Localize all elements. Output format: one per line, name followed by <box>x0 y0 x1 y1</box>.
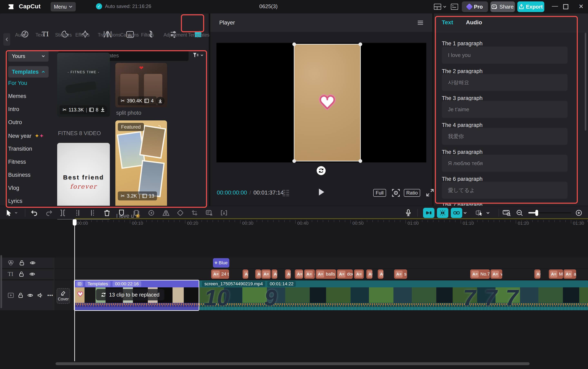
tab-panel-text[interactable]: Text <box>442 19 453 26</box>
rotate-handle[interactable] <box>317 166 326 175</box>
text-clip[interactable]: A≡Mis <box>549 269 563 279</box>
text-clip[interactable]: A≡ <box>534 269 540 279</box>
selection-handle[interactable] <box>359 159 362 163</box>
tab-effects[interactable]: Effects <box>75 29 95 38</box>
sidebar-item-for-you[interactable]: For You <box>8 80 49 86</box>
text-clip[interactable]: A≡ <box>378 269 383 279</box>
sidebar-item-lyrics[interactable]: Lyrics <box>8 198 49 204</box>
sidebar-item-fitness[interactable]: Fitness <box>8 159 49 165</box>
delete-left-icon[interactable] <box>75 206 81 220</box>
filter-button[interactable] <box>193 52 203 58</box>
ratio-button[interactable]: Ratio <box>404 189 420 197</box>
redo-icon[interactable] <box>45 206 52 220</box>
play-button[interactable] <box>319 188 325 196</box>
video-clip-screen[interactable]: screen_1750574490219.mp4 00:01:14:22 <box>199 280 588 310</box>
tab-text[interactable]: TI Text <box>36 29 55 38</box>
replace-overlay[interactable]: 13 clip to be replaced <box>96 289 164 300</box>
selection-handle[interactable] <box>292 159 296 163</box>
zoom-slider-handle[interactable] <box>535 210 538 216</box>
sidebar-item-templates[interactable]: Templates <box>8 66 49 78</box>
maximize-button[interactable] <box>563 4 568 9</box>
text-clip[interactable]: A≡ <box>243 269 248 279</box>
notes-icon[interactable] <box>451 4 458 10</box>
share-button[interactable]: Share <box>490 1 515 12</box>
effect-clip-blue[interactable]: Blue <box>213 258 229 267</box>
tab-transitions[interactable]: Transitions <box>98 29 117 38</box>
tab-audio[interactable]: Audio <box>15 29 35 38</box>
freeze-frame-icon[interactable] <box>148 206 154 220</box>
paragraph-input-5[interactable]: Я люблю тебя <box>442 155 567 172</box>
select-tool-icon[interactable] <box>6 206 12 220</box>
text-clip[interactable]: A≡s <box>394 269 407 279</box>
eye-icon[interactable] <box>27 293 33 297</box>
snap-toggle[interactable] <box>423 208 434 218</box>
extract-audio-icon[interactable] <box>220 206 227 220</box>
export-button[interactable]: Export <box>517 1 544 12</box>
chevron-down-icon[interactable] <box>443 6 446 8</box>
delete-caption-icon[interactable] <box>206 206 212 220</box>
paragraph-input-3[interactable]: Je t’aime <box>442 101 567 118</box>
text-clip[interactable]: A≡balls c <box>316 269 336 279</box>
template-card-i-love-u[interactable]: Featured ✂ 3.2K | 13 <box>115 120 167 210</box>
text-clip[interactable]: A≡4 <box>261 269 271 279</box>
text-clip[interactable]: A≡ <box>271 269 277 279</box>
text-clip[interactable]: A≡ <box>255 269 261 279</box>
sidebar-item-vlog[interactable]: Vlog <box>8 185 49 191</box>
download-button[interactable] <box>156 97 165 105</box>
playhead-line[interactable] <box>74 219 75 361</box>
tab-panel-audio[interactable]: Audio <box>466 19 482 26</box>
eye-icon[interactable] <box>30 261 36 265</box>
sidebar-item-outro[interactable]: Outro <box>8 119 49 125</box>
paragraph-input-6[interactable]: 愛してるよ <box>442 182 567 199</box>
paragraph-input-4[interactable]: 我爱你 <box>442 128 567 145</box>
preview-axis-toggle[interactable] <box>437 208 448 218</box>
timeline-ruler[interactable]: 00:0000:1000:2000:3000:4000:5001:0001:10… <box>0 219 588 227</box>
video-frame[interactable] <box>294 44 361 162</box>
record-voiceover-icon[interactable] <box>405 206 411 220</box>
panel-scrollbar[interactable] <box>585 33 586 131</box>
text-clip[interactable]: A≡v <box>490 269 502 279</box>
sidebar-item-business[interactable]: Business <box>8 172 49 178</box>
split-icon[interactable] <box>60 206 65 220</box>
timeline-scale-icon[interactable] <box>503 206 511 220</box>
paragraph-input-1[interactable]: I love you <box>442 47 567 64</box>
sidebar-item-transition[interactable]: Transition <box>8 146 49 152</box>
player-menu-icon[interactable] <box>417 20 423 25</box>
text-clip[interactable]: A≡ <box>285 269 291 279</box>
preview-canvas[interactable] <box>217 43 426 163</box>
sidebar-item-new-year[interactable]: New year ✦✦ <box>8 133 49 139</box>
text-clip[interactable]: A≡d <box>304 269 315 279</box>
text-clip[interactable]: A≡ <box>366 269 372 279</box>
link-toggle[interactable] <box>451 208 462 218</box>
tab-templates[interactable]: Templates <box>188 29 208 38</box>
close-button[interactable]: × <box>575 2 587 11</box>
selection-mode-chevron[interactable] <box>486 206 490 220</box>
pro-button[interactable]: Pro <box>462 1 488 12</box>
text-clip[interactable]: A≡No.7 n <box>470 269 490 279</box>
tab-adjustment[interactable]: Adjustment <box>164 29 183 38</box>
lock-icon[interactable] <box>18 293 23 298</box>
full-button[interactable]: Full <box>373 189 386 197</box>
template-card-fitnes[interactable]: - FITNES TIME - ✂ 113.3K | 8 <box>57 53 110 117</box>
undo-icon[interactable] <box>31 206 38 220</box>
zoom-in-icon[interactable] <box>575 206 582 220</box>
tab-captions[interactable]: Captions <box>120 29 140 38</box>
yours-dropdown[interactable]: Yours <box>8 51 49 62</box>
selection-handle[interactable] <box>292 42 296 46</box>
sidebar-item-memes[interactable]: Memes <box>8 93 49 99</box>
mirror-icon[interactable] <box>163 206 169 220</box>
minimize-button[interactable]: — <box>549 2 561 9</box>
crop-icon[interactable] <box>192 206 198 220</box>
zoom-out-icon[interactable] <box>516 206 523 220</box>
download-button[interactable] <box>98 105 107 114</box>
lock-icon[interactable] <box>20 260 24 266</box>
storyboard-icon[interactable] <box>282 189 290 197</box>
tracks-scrollbar[interactable] <box>0 255 2 308</box>
text-clip[interactable]: A≡doe <box>337 269 353 279</box>
text-clip[interactable]: A≡ <box>295 269 303 279</box>
tab-stickers[interactable]: Stickers <box>55 29 75 38</box>
link-toggle-chevron[interactable] <box>464 206 467 220</box>
select-tool-chevron[interactable] <box>15 206 18 220</box>
fit-zoom-icon[interactable] <box>392 189 400 197</box>
collapse-panel-button[interactable] <box>3 33 10 46</box>
